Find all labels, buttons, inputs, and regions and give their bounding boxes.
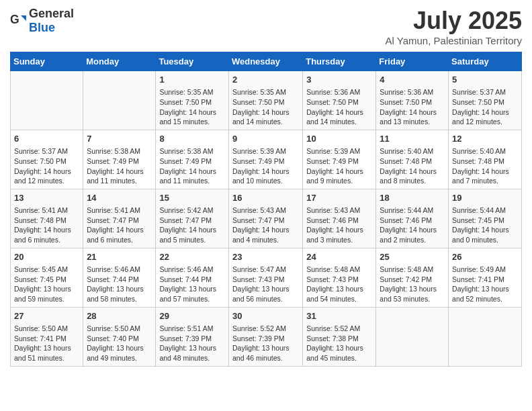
day-info: Sunrise: 5:44 AM Sunset: 7:46 PM Dayligh… <box>380 205 445 245</box>
calendar-week-row: 13Sunrise: 5:41 AM Sunset: 7:48 PM Dayli… <box>11 189 522 248</box>
day-info: Sunrise: 5:35 AM Sunset: 7:50 PM Dayligh… <box>232 87 299 127</box>
day-info: Sunrise: 5:39 AM Sunset: 7:49 PM Dayligh… <box>306 146 372 186</box>
day-number: 10 <box>306 133 372 145</box>
day-number: 12 <box>452 133 518 145</box>
svg-text:G: G <box>10 13 19 26</box>
day-number: 3 <box>306 74 372 86</box>
day-info: Sunrise: 5:52 AM Sunset: 7:38 PM Dayligh… <box>306 324 372 363</box>
day-number: 30 <box>232 310 299 322</box>
day-number: 22 <box>159 251 225 263</box>
day-info: Sunrise: 5:38 AM Sunset: 7:49 PM Dayligh… <box>159 146 225 186</box>
calendar-cell: 16Sunrise: 5:43 AM Sunset: 7:47 PM Dayli… <box>228 189 302 248</box>
calendar-cell: 28Sunrise: 5:50 AM Sunset: 7:40 PM Dayli… <box>83 307 156 366</box>
day-info: Sunrise: 5:51 AM Sunset: 7:39 PM Dayligh… <box>159 324 225 363</box>
day-number: 5 <box>452 74 518 86</box>
header-monday: Monday <box>83 52 156 71</box>
day-info: Sunrise: 5:45 AM Sunset: 7:45 PM Dayligh… <box>14 265 79 304</box>
day-number: 8 <box>159 133 225 145</box>
day-info: Sunrise: 5:52 AM Sunset: 7:39 PM Dayligh… <box>232 324 299 363</box>
logo-general: General <box>29 7 74 20</box>
day-number: 11 <box>380 133 445 145</box>
calendar-cell: 29Sunrise: 5:51 AM Sunset: 7:39 PM Dayli… <box>156 307 229 366</box>
day-number: 6 <box>14 133 79 145</box>
day-info: Sunrise: 5:48 AM Sunset: 7:42 PM Dayligh… <box>380 265 445 304</box>
page-header: G General Blue July 2025 Al Yamun, Pales… <box>10 7 522 46</box>
calendar-cell: 23Sunrise: 5:47 AM Sunset: 7:43 PM Dayli… <box>228 248 302 307</box>
calendar-cell: 27Sunrise: 5:50 AM Sunset: 7:41 PM Dayli… <box>11 307 83 366</box>
calendar-cell: 19Sunrise: 5:44 AM Sunset: 7:45 PM Dayli… <box>449 189 522 248</box>
calendar-cell: 8Sunrise: 5:38 AM Sunset: 7:49 PM Daylig… <box>156 130 229 189</box>
calendar-cell: 6Sunrise: 5:37 AM Sunset: 7:50 PM Daylig… <box>11 130 83 189</box>
calendar-cell <box>83 71 156 130</box>
calendar-cell: 22Sunrise: 5:46 AM Sunset: 7:44 PM Dayli… <box>156 248 229 307</box>
day-info: Sunrise: 5:36 AM Sunset: 7:50 PM Dayligh… <box>306 87 372 127</box>
day-info: Sunrise: 5:40 AM Sunset: 7:48 PM Dayligh… <box>380 146 445 186</box>
day-number: 18 <box>380 192 445 204</box>
day-number: 17 <box>306 192 372 204</box>
day-number: 16 <box>232 192 299 204</box>
day-number: 28 <box>87 310 152 322</box>
calendar-cell: 9Sunrise: 5:39 AM Sunset: 7:49 PM Daylig… <box>228 130 302 189</box>
calendar-cell: 25Sunrise: 5:48 AM Sunset: 7:42 PM Dayli… <box>376 248 449 307</box>
subtitle: Al Yamun, Palestinian Territory <box>386 35 522 46</box>
day-info: Sunrise: 5:39 AM Sunset: 7:49 PM Dayligh… <box>232 146 299 186</box>
calendar-cell: 5Sunrise: 5:37 AM Sunset: 7:50 PM Daylig… <box>449 71 522 130</box>
day-number: 4 <box>380 74 445 86</box>
logo-icon: G <box>10 13 26 29</box>
calendar-cell: 24Sunrise: 5:48 AM Sunset: 7:43 PM Dayli… <box>303 248 376 307</box>
calendar-cell: 10Sunrise: 5:39 AM Sunset: 7:49 PM Dayli… <box>303 130 376 189</box>
calendar-cell <box>11 71 83 130</box>
header-sunday: Sunday <box>11 52 83 71</box>
calendar-cell: 12Sunrise: 5:40 AM Sunset: 7:48 PM Dayli… <box>449 130 522 189</box>
day-info: Sunrise: 5:43 AM Sunset: 7:47 PM Dayligh… <box>232 205 299 245</box>
day-number: 1 <box>159 74 225 86</box>
logo: G General Blue <box>10 7 74 35</box>
calendar-cell: 20Sunrise: 5:45 AM Sunset: 7:45 PM Dayli… <box>11 248 83 307</box>
title-area: July 2025 Al Yamun, Palestinian Territor… <box>386 7 522 46</box>
calendar-cell: 30Sunrise: 5:52 AM Sunset: 7:39 PM Dayli… <box>228 307 302 366</box>
calendar-week-row: 20Sunrise: 5:45 AM Sunset: 7:45 PM Dayli… <box>11 248 522 307</box>
calendar-week-row: 6Sunrise: 5:37 AM Sunset: 7:50 PM Daylig… <box>11 130 522 189</box>
day-number: 20 <box>14 251 79 263</box>
day-number: 24 <box>306 251 372 263</box>
day-info: Sunrise: 5:50 AM Sunset: 7:41 PM Dayligh… <box>14 324 79 363</box>
day-info: Sunrise: 5:46 AM Sunset: 7:44 PM Dayligh… <box>159 265 225 304</box>
calendar-cell: 21Sunrise: 5:46 AM Sunset: 7:44 PM Dayli… <box>83 248 156 307</box>
calendar-cell <box>376 307 449 366</box>
day-number: 13 <box>14 192 79 204</box>
header-saturday: Saturday <box>449 52 522 71</box>
day-info: Sunrise: 5:37 AM Sunset: 7:50 PM Dayligh… <box>14 146 79 186</box>
calendar-cell: 15Sunrise: 5:42 AM Sunset: 7:47 PM Dayli… <box>156 189 229 248</box>
header-wednesday: Wednesday <box>228 52 302 71</box>
day-number: 23 <box>232 251 299 263</box>
header-friday: Friday <box>376 52 449 71</box>
day-info: Sunrise: 5:38 AM Sunset: 7:49 PM Dayligh… <box>87 146 152 186</box>
calendar-header-row: SundayMondayTuesdayWednesdayThursdayFrid… <box>11 52 522 71</box>
main-title: July 2025 <box>386 7 522 35</box>
day-info: Sunrise: 5:41 AM Sunset: 7:47 PM Dayligh… <box>87 205 152 245</box>
calendar-cell: 4Sunrise: 5:36 AM Sunset: 7:50 PM Daylig… <box>376 71 449 130</box>
calendar-cell: 26Sunrise: 5:49 AM Sunset: 7:41 PM Dayli… <box>449 248 522 307</box>
svg-marker-1 <box>21 15 26 21</box>
day-number: 21 <box>87 251 152 263</box>
day-number: 14 <box>87 192 152 204</box>
calendar-cell <box>449 307 522 366</box>
day-number: 31 <box>306 310 372 322</box>
day-info: Sunrise: 5:41 AM Sunset: 7:48 PM Dayligh… <box>14 205 79 245</box>
day-info: Sunrise: 5:40 AM Sunset: 7:48 PM Dayligh… <box>452 146 518 186</box>
day-info: Sunrise: 5:46 AM Sunset: 7:44 PM Dayligh… <box>87 265 152 304</box>
day-number: 9 <box>232 133 299 145</box>
calendar-cell: 3Sunrise: 5:36 AM Sunset: 7:50 PM Daylig… <box>303 71 376 130</box>
calendar-cell: 2Sunrise: 5:35 AM Sunset: 7:50 PM Daylig… <box>228 71 302 130</box>
day-number: 29 <box>159 310 225 322</box>
day-info: Sunrise: 5:44 AM Sunset: 7:45 PM Dayligh… <box>452 205 518 245</box>
day-info: Sunrise: 5:50 AM Sunset: 7:40 PM Dayligh… <box>87 324 152 363</box>
day-number: 15 <box>159 192 225 204</box>
day-info: Sunrise: 5:37 AM Sunset: 7:50 PM Dayligh… <box>452 87 518 127</box>
calendar-week-row: 1Sunrise: 5:35 AM Sunset: 7:50 PM Daylig… <box>11 71 522 130</box>
calendar-cell: 11Sunrise: 5:40 AM Sunset: 7:48 PM Dayli… <box>376 130 449 189</box>
day-number: 2 <box>232 74 299 86</box>
header-tuesday: Tuesday <box>156 52 229 71</box>
calendar-cell: 13Sunrise: 5:41 AM Sunset: 7:48 PM Dayli… <box>11 189 83 248</box>
day-number: 7 <box>87 133 152 145</box>
